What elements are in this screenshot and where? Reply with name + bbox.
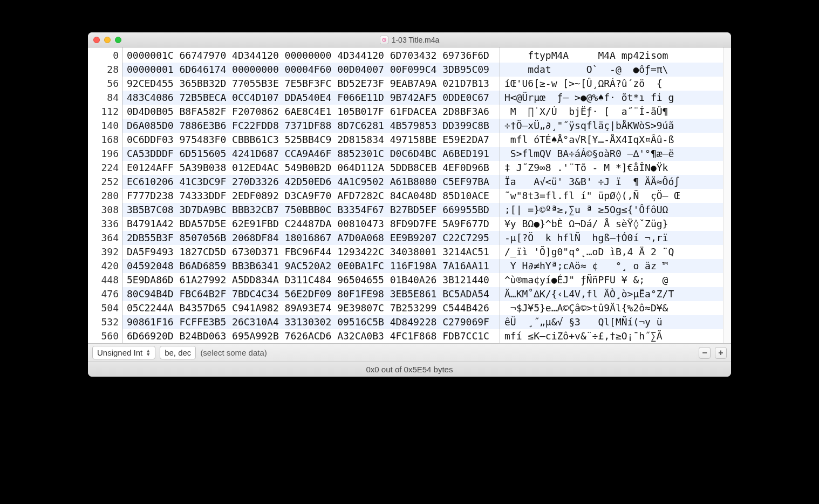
hex-row[interactable]: 5E9DA86D 61A27992 A5DD834A D311C484 9650… <box>122 273 500 287</box>
ascii-row[interactable]: ÷†Ö—xÜ„∂¸"˝ÿsqfläç|bÅKWòS>9úã <box>500 119 723 133</box>
offset-cell: 84 <box>88 91 122 105</box>
close-button[interactable] <box>93 37 100 43</box>
plus-button[interactable]: + <box>715 347 727 359</box>
hex-row[interactable]: CA53DDDF 6D515605 4241D687 CCA9A46F 8852… <box>122 147 500 161</box>
hex-row[interactable]: E0124AFF 5A39B038 012ED4AC 549B0B2D 064D… <box>122 161 500 175</box>
offset-cell: 28 <box>88 63 122 77</box>
ascii-row[interactable]: ^ù®ma¢yí●ÉJ" ƒÑñPFU ¥ &; @ <box>500 273 723 287</box>
offset-cell: 448 <box>88 273 122 287</box>
ascii-row[interactable]: ‡ J˝Z9∞8 .'¨Tõ - M *]€åÎN●Ÿk <box>500 161 723 175</box>
hex-row[interactable]: 0C6DDF03 975483F0 CBBB61C3 525BB4C9 2D81… <box>122 133 500 147</box>
hex-row[interactable]: 0D4D0B05 B8FA582F F2070862 6AE8C4E1 105B… <box>122 105 500 119</box>
offset-cell: 560 <box>88 329 122 343</box>
ascii-row[interactable]: êÜ ¸˝„µ&√ §3 Ql[MÑí(¬y ü <box>500 315 723 329</box>
hex-row[interactable]: EC610206 41C3DC9F 270D3326 42D50ED6 4A1C… <box>122 175 500 189</box>
ascii-row[interactable]: -µ[?Ö k hflÑ hgß—†Ó0í ¬,rï <box>500 231 723 245</box>
ascii-row[interactable]: íŒ'U6[≥-w [>~[Û¸ΩRÁ?û´zö { <box>500 77 723 91</box>
data-type-selector[interactable]: Unsigned Int ▲▼ <box>92 346 155 359</box>
offset-cell: 112 <box>88 105 122 119</box>
hex-editor-window: 1-03 Title.m4a 0285684112140168196224252… <box>88 32 731 377</box>
inspector-hint: (select some data) <box>200 348 267 357</box>
ascii-row[interactable]: ;[| =}©ºª≥,∑u ª ≥5Og≤{'ÔfôUΩ <box>500 203 723 217</box>
ascii-column[interactable]: ftypM4A M4A mp42isom mdat O` -@ ●ôƒ=π\íŒ… <box>500 47 723 343</box>
file-icon <box>380 36 388 44</box>
hex-row[interactable]: 80C94B4D FBC64B2F 7BDC4C34 56E2DF09 80F1… <box>122 287 500 301</box>
offset-cell: 336 <box>88 217 122 231</box>
title-wrap: 1-03 Title.m4a <box>88 36 731 44</box>
svg-point-0 <box>382 38 385 41</box>
offset-cell: 252 <box>88 175 122 189</box>
offset-cell: 420 <box>88 259 122 273</box>
window-controls <box>88 37 121 43</box>
updown-icon: ▲▼ <box>146 349 151 357</box>
offset-cell: 532 <box>88 315 122 329</box>
hex-row[interactable]: 05C2244A B4357D65 C941A982 89A93E74 9E39… <box>122 301 500 315</box>
format-selector[interactable]: be, dec <box>160 346 196 359</box>
offset-cell: 224 <box>88 161 122 175</box>
offset-cell: 56 <box>88 77 122 91</box>
ascii-row[interactable]: Ïa A√<ü' 3&B' ÷J ï ¶ ÄÄ≈Ôó∫ <box>500 175 723 189</box>
ascii-row[interactable]: Ä…KM˚∆K/{‹L4V,fl ÄÒ¸ò>µËa°Z/T <box>500 287 723 301</box>
inspector-bar: Unsigned Int ▲▼ be, dec (select some dat… <box>88 343 731 362</box>
offset-cell: 308 <box>88 203 122 217</box>
hex-row[interactable]: F777D238 74333DDF 2EDF0892 D3CA9F70 AFD7… <box>122 189 500 203</box>
ascii-row[interactable]: S>flmQV BA÷áÁ©§oàR0 —∆'°¶æ—ë <box>500 147 723 161</box>
window-title: 1-03 Title.m4a <box>392 36 440 44</box>
hex-column[interactable]: 0000001C 66747970 4D344120 00000000 4D34… <box>122 47 500 343</box>
offset-cell: 280 <box>88 189 122 203</box>
svg-point-1 <box>384 39 385 40</box>
hex-row[interactable]: 6D66920D B24BD063 695A992B 7626ACD6 A32C… <box>122 329 500 343</box>
hex-row[interactable]: 2DB55B3F 8507056B 2068DF84 18016867 A7D0… <box>122 231 500 245</box>
minimize-button[interactable] <box>104 37 111 43</box>
offset-cell: 504 <box>88 301 122 315</box>
hex-row[interactable]: 92CED455 365BB32D 77055B3E 7E5BF3FC BD52… <box>122 77 500 91</box>
zoom-button[interactable] <box>115 37 121 43</box>
offset-column: 0285684112140168196224252280308336364392… <box>88 47 122 343</box>
offset-cell: 392 <box>88 245 122 259</box>
hex-view: 0285684112140168196224252280308336364392… <box>88 47 731 343</box>
ascii-row[interactable]: H<@Ürµœ ƒ— >●@%♠f· õt*ı fi g <box>500 91 723 105</box>
hex-row[interactable]: 483C4086 72B5BECA 0CC4D107 DDA540E4 F066… <box>122 91 500 105</box>
hex-row[interactable]: DA5F9493 1827CD5D 6730D371 FBC96F44 1293… <box>122 245 500 259</box>
data-type-label: Unsigned Int <box>97 348 142 357</box>
hex-row[interactable]: 0000001C 66747970 4D344120 00000000 4D34… <box>122 49 500 63</box>
hex-row[interactable]: B4791A42 BDA57D5E 62E91FBD C24487DA 0081… <box>122 217 500 231</box>
hex-row[interactable]: 00000001 6D646174 00000000 00004F60 00D0… <box>122 63 500 77</box>
offset-cell: 168 <box>88 133 122 147</box>
offset-cell: 476 <box>88 287 122 301</box>
offset-cell: 140 <box>88 119 122 133</box>
hex-row[interactable]: 3B5B7C08 3D7DA9BC BBB32CB7 750BBB0C B335… <box>122 203 500 217</box>
ascii-row[interactable]: Y H∂≠hYª;cAö≈ ¢ °¸ o äz ™ <box>500 259 723 273</box>
offset-cell: 0 <box>88 49 122 63</box>
offset-cell: 196 <box>88 147 122 161</box>
offset-cell: 364 <box>88 231 122 245</box>
ascii-row[interactable]: ˜w"8t3=fl.fl í" üpØ◊(,Ñ çÖ— Œ <box>500 189 723 203</box>
hex-row[interactable]: 04592048 B6AD6859 BB3B6341 9AC520A2 0E0B… <box>122 259 500 273</box>
format-label: be, dec <box>165 348 191 357</box>
ascii-row[interactable]: mfí ≤K—ciZô+v&¨÷£,†≥O¡¯h˝∑Ã <box>500 329 723 343</box>
ascii-row[interactable]: /_ïì 'Õ]g0"q°˛…oD ìB,4 Ä 2 ¨Q <box>500 245 723 259</box>
titlebar[interactable]: 1-03 Title.m4a <box>88 32 731 47</box>
hex-row[interactable]: 90861F16 FCFFE3B5 26C310A4 33130302 0951… <box>122 315 500 329</box>
vertical-scrollbar[interactable] <box>723 47 731 343</box>
minus-button[interactable]: − <box>699 347 711 359</box>
hex-row[interactable]: D6A085D0 7886E3B6 FC22FDD8 7371DF88 8D7C… <box>122 119 500 133</box>
ascii-row[interactable]: mdat O` -@ ●ôƒ=π\ <box>500 63 723 77</box>
ascii-row[interactable]: ¬$J¥5}e…A©Çâ©>tû9Äl{%2ô≈D¥& <box>500 301 723 315</box>
ascii-row[interactable]: M ∏˙X/Ú bjËƒ· [ a˝¨Í-ãÛ¶ <box>500 105 723 119</box>
status-bar: 0x0 out of 0x5E54 bytes <box>88 362 731 377</box>
ascii-row[interactable]: ¥y BΩ●}^bÈ Ω¬Dá/ Å sèŸ◊ˇZüg} <box>500 217 723 231</box>
ascii-row[interactable]: mfl óTÉ♠Å°a√R[¥…-ÅX4IqX¤Âû-ß <box>500 133 723 147</box>
status-text: 0x0 out of 0x5E54 bytes <box>366 365 453 374</box>
ascii-row[interactable]: ftypM4A M4A mp42isom <box>500 49 723 63</box>
